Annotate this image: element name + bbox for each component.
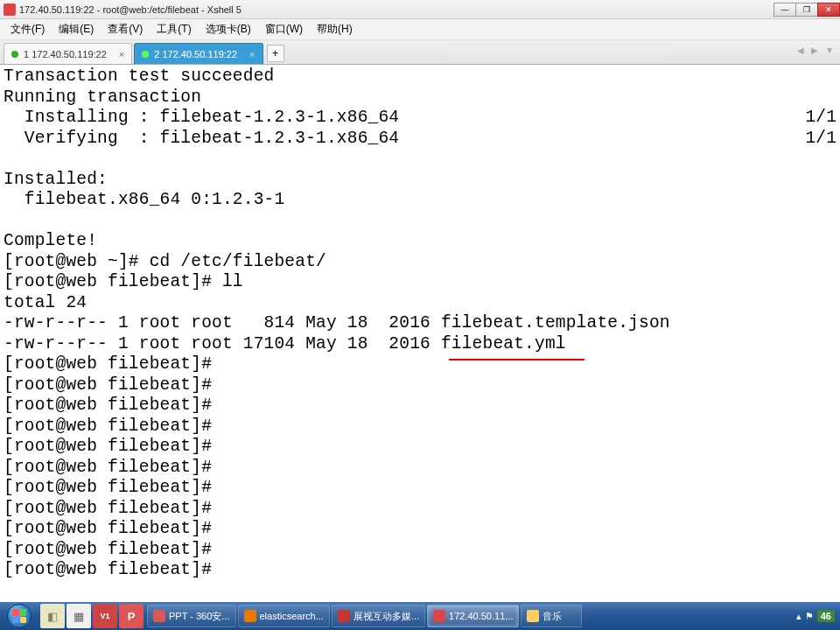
tray-chevron-icon[interactable]: ▴ [796, 611, 802, 622]
tab-next-icon[interactable]: ▶ [808, 46, 821, 55]
title-bar: 172.40.50.119:22 - root@web:/etc/filebea… [0, 0, 840, 19]
taskbar-item-ppt[interactable]: PPT - 360安... [147, 605, 236, 627]
video-icon [338, 610, 350, 622]
close-button[interactable]: ✕ [817, 3, 840, 17]
pinned-app-vnc[interactable]: V1 [93, 604, 117, 628]
tab-close-icon[interactable]: × [119, 49, 124, 60]
tab-menu-icon[interactable]: ▼ [822, 46, 836, 55]
task-label: 172.40.50.11... [449, 611, 513, 621]
system-tray[interactable]: ▴ ⚑ 46 [791, 610, 840, 622]
tab-session-2[interactable]: 2 172.40.50.119:22 × [134, 43, 262, 64]
folder-icon [527, 610, 539, 622]
taskbar-item-video[interactable]: 展视互动多媒... [332, 605, 425, 627]
ppt-icon [153, 610, 165, 622]
tray-flag-icon[interactable]: ⚑ [805, 611, 814, 622]
tab-bar: 1 172.40.50.119:22 × 2 172.40.50.119:22 … [0, 40, 840, 65]
tab-session-1[interactable]: 1 172.40.50.119:22 × [4, 43, 132, 64]
status-dot-icon [11, 51, 18, 58]
taskbar-item-xshell[interactable]: 172.40.50.11... [427, 605, 519, 627]
taskbar-item-firefox[interactable]: elasticsearch... [238, 605, 330, 627]
task-label: PPT - 360安... [169, 610, 230, 623]
status-dot-icon [142, 51, 149, 58]
tray-badge[interactable]: 46 [817, 610, 835, 622]
menu-tools[interactable]: 工具(T) [151, 20, 196, 38]
pinned-apps: ◧ ▦ V1 P [38, 604, 145, 628]
tab-nav: ◀ ▶ ▼ [794, 46, 836, 55]
tab-label: 1 172.40.50.119:22 [24, 49, 107, 60]
firefox-icon [244, 610, 256, 622]
window-title: 172.40.50.119:22 - root@web:/etc/filebea… [19, 4, 774, 15]
maximize-button[interactable]: ❐ [795, 3, 818, 17]
taskbar-item-music[interactable]: 音乐 [521, 605, 582, 627]
windows-taskbar: ◧ ▦ V1 P PPT - 360安... elasticsearch... … [0, 602, 840, 630]
app-icon [4, 4, 16, 16]
task-label: 音乐 [542, 610, 562, 623]
menu-window[interactable]: 窗口(W) [260, 20, 308, 38]
start-button[interactable] [0, 602, 38, 630]
menu-help[interactable]: 帮助(H) [312, 20, 358, 38]
task-label: elasticsearch... [260, 611, 324, 621]
tab-prev-icon[interactable]: ◀ [794, 46, 807, 55]
xshell-icon [433, 610, 445, 622]
menu-tabs[interactable]: 选项卡(B) [200, 20, 256, 38]
menu-file[interactable]: 文件(F) [5, 20, 50, 38]
minimize-button[interactable]: — [774, 3, 796, 17]
pinned-app-ppt[interactable]: P [119, 604, 144, 628]
tab-close-icon[interactable]: × [249, 49, 255, 60]
menu-view[interactable]: 查看(V) [102, 20, 148, 38]
annotation-underline [449, 359, 584, 360]
window-controls: — ❐ ✕ [774, 3, 840, 17]
menu-edit[interactable]: 编辑(E) [53, 20, 99, 38]
tab-label: 2 172.40.50.119:22 [154, 49, 237, 60]
task-label: 展视互动多媒... [354, 610, 419, 623]
pinned-app[interactable]: ◧ [40, 604, 65, 628]
new-tab-button[interactable]: + [267, 45, 284, 62]
menu-bar: 文件(F) 编辑(E) 查看(V) 工具(T) 选项卡(B) 窗口(W) 帮助(… [0, 19, 840, 40]
windows-logo-icon [7, 604, 32, 628]
pinned-app[interactable]: ▦ [66, 604, 91, 628]
terminal-output[interactable]: Transaction test succeeded Running trans… [0, 65, 840, 581]
